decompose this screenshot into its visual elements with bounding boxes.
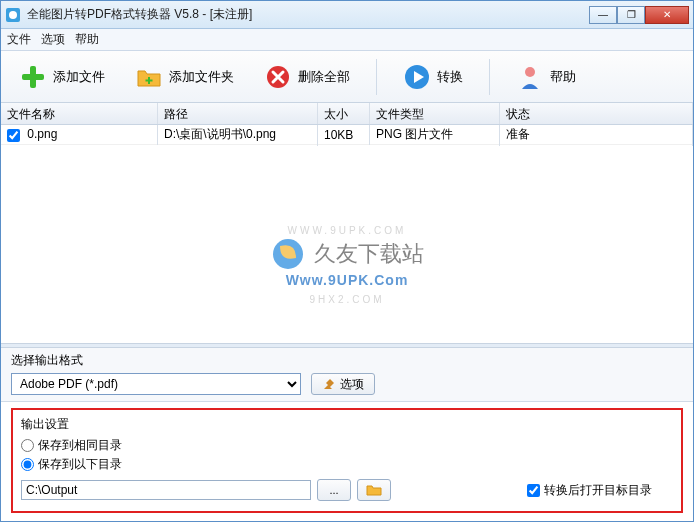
- format-select[interactable]: Adobe PDF (*.pdf): [11, 373, 301, 395]
- open-after-checkbox[interactable]: [527, 484, 540, 497]
- watermark-site: 久友下载站: [314, 239, 424, 269]
- help-button[interactable]: 帮助: [508, 57, 584, 97]
- menu-help[interactable]: 帮助: [75, 31, 99, 48]
- svg-point-1: [9, 11, 17, 19]
- format-options-button[interactable]: 选项: [311, 373, 375, 395]
- help-person-icon: [516, 63, 544, 91]
- delete-icon: [264, 63, 292, 91]
- menu-options[interactable]: 选项: [41, 31, 65, 48]
- add-folder-button[interactable]: 添加文件夹: [127, 57, 242, 97]
- file-list-header: 文件名称 路径 太小 文件类型 状态: [1, 103, 693, 125]
- radio-below-label: 保存到以下目录: [38, 456, 122, 473]
- folder-plus-icon: [135, 63, 163, 91]
- delete-all-label: 删除全部: [298, 68, 350, 86]
- plus-icon: [19, 63, 47, 91]
- browse-button[interactable]: ...: [317, 479, 351, 501]
- svg-point-9: [525, 67, 535, 77]
- folder-icon: [366, 483, 382, 497]
- close-button[interactable]: ✕: [645, 6, 689, 24]
- file-list[interactable]: 0.png D:\桌面\说明书\0.png 10KB PNG 图片文件 准备 W…: [1, 125, 693, 343]
- row-status: 准备: [500, 125, 693, 146]
- row-size: 10KB: [318, 125, 370, 145]
- row-path: D:\桌面\说明书\0.png: [158, 125, 318, 146]
- svg-rect-5: [146, 79, 153, 81]
- radio-same-input[interactable]: [21, 439, 34, 452]
- play-icon: [403, 63, 431, 91]
- add-file-label: 添加文件: [53, 68, 105, 86]
- app-window: 全能图片转PDF格式转换器 V5.8 - [未注册] — ❐ ✕ 文件 选项 帮…: [0, 0, 694, 522]
- open-after-label: 转换后打开目标目录: [544, 482, 652, 499]
- table-row[interactable]: 0.png D:\桌面\说明书\0.png 10KB PNG 图片文件 准备: [1, 125, 693, 145]
- output-title: 输出设置: [21, 416, 673, 433]
- format-options-label: 选项: [340, 376, 364, 393]
- watermark: WWW.9UPK.COM 久友下载站 Www.9UPK.Com 9HX2.COM: [1, 225, 693, 305]
- column-type[interactable]: 文件类型: [370, 103, 500, 124]
- add-file-button[interactable]: 添加文件: [11, 57, 113, 97]
- radio-below-dir[interactable]: 保存到以下目录: [21, 456, 673, 473]
- svg-rect-3: [22, 74, 44, 80]
- minimize-button[interactable]: —: [589, 6, 617, 24]
- row-name: 0.png: [27, 127, 57, 141]
- app-icon: [5, 7, 21, 23]
- column-size[interactable]: 太小: [318, 103, 370, 124]
- output-section: 输出设置 保存到相同目录 保存到以下目录 ... 转换后打开目标目录: [11, 408, 683, 513]
- svg-point-10: [273, 239, 303, 269]
- watermark-logo-icon: [270, 236, 306, 272]
- format-label: 选择输出格式: [11, 352, 683, 369]
- toolbar-separator: [376, 59, 377, 95]
- column-path[interactable]: 路径: [158, 103, 318, 124]
- watermark-pinyin: 9HX2.COM: [1, 294, 693, 305]
- wrench-icon: [322, 377, 336, 391]
- titlebar: 全能图片转PDF格式转换器 V5.8 - [未注册] — ❐ ✕: [1, 1, 693, 29]
- watermark-tiny: WWW.9UPK.COM: [1, 225, 693, 236]
- column-name[interactable]: 文件名称: [1, 103, 158, 124]
- window-title: 全能图片转PDF格式转换器 V5.8 - [未注册]: [27, 6, 589, 23]
- open-after-checkbox-row[interactable]: 转换后打开目标目录: [527, 482, 652, 499]
- open-folder-button[interactable]: [357, 479, 391, 501]
- help-label: 帮助: [550, 68, 576, 86]
- toolbar-separator-2: [489, 59, 490, 95]
- output-path-input[interactable]: [21, 480, 311, 500]
- row-type: PNG 图片文件: [370, 125, 500, 146]
- add-folder-label: 添加文件夹: [169, 68, 234, 86]
- convert-button[interactable]: 转换: [395, 57, 471, 97]
- row-checkbox[interactable]: [7, 129, 20, 142]
- radio-same-dir[interactable]: 保存到相同目录: [21, 437, 673, 454]
- format-section: 选择输出格式 Adobe PDF (*.pdf) 选项: [1, 348, 693, 402]
- toolbar: 添加文件 添加文件夹 删除全部 转换 帮助: [1, 51, 693, 103]
- radio-below-input[interactable]: [21, 458, 34, 471]
- delete-all-button[interactable]: 删除全部: [256, 57, 358, 97]
- column-status[interactable]: 状态: [500, 103, 693, 124]
- radio-same-label: 保存到相同目录: [38, 437, 122, 454]
- window-controls: — ❐ ✕: [589, 6, 689, 24]
- menubar: 文件 选项 帮助: [1, 29, 693, 51]
- menu-file[interactable]: 文件: [7, 31, 31, 48]
- convert-label: 转换: [437, 68, 463, 86]
- watermark-url: Www.9UPK.Com: [1, 272, 693, 288]
- maximize-button[interactable]: ❐: [617, 6, 645, 24]
